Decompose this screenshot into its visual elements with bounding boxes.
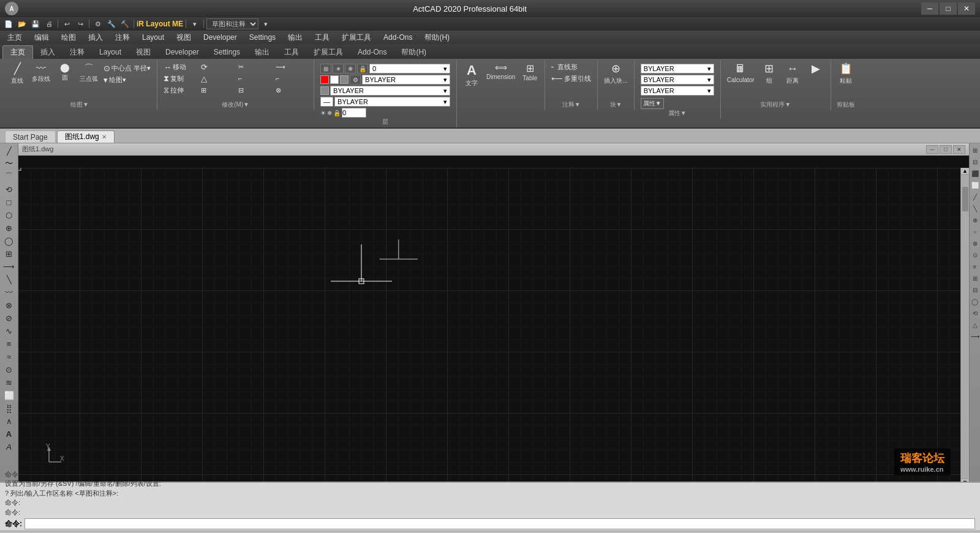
layer-lineweight-dropdown[interactable]: BYLAYER ▾ <box>334 97 450 107</box>
canvas-minimize[interactable]: ─ <box>926 145 938 154</box>
layer-name-dropdown[interactable]: 0 ▾ <box>369 64 450 74</box>
color-swatch-2[interactable] <box>330 75 339 84</box>
tab-view[interactable]: 视图 <box>129 45 158 59</box>
menu-draw[interactable]: 绘图 <box>55 31 82 44</box>
tab-drawing1[interactable]: 图纸1.dwg ✕ <box>57 130 115 143</box>
calculator-button[interactable]: 🖩 Calculator <box>725 61 757 86</box>
color-swatch[interactable] <box>320 75 329 84</box>
tool-polygon[interactable]: ⬡ <box>1 209 17 221</box>
tool-hatch[interactable]: ⊞ <box>1 248 17 260</box>
paste-button[interactable]: 📋 粘贴 <box>835 61 857 86</box>
prop-lineweight-dropdown[interactable]: BYLAYER ▾ <box>641 86 714 96</box>
tools-button-1[interactable]: 🔧 <box>105 18 118 29</box>
tools-button-2[interactable]: 🔨 <box>119 18 131 29</box>
tool-text-a2[interactable]: A <box>1 440 17 453</box>
tool-rect[interactable]: □ <box>1 196 17 208</box>
tool-mline[interactable]: ≈ <box>1 350 17 363</box>
right-tool-1[interactable]: ⊞ <box>970 145 980 156</box>
right-tool-15[interactable]: ⟲ <box>970 308 980 319</box>
canvas-close[interactable]: ✕ <box>953 145 965 154</box>
centerpoint-button[interactable]: ⊙ 中心点 半径▾ <box>101 62 153 74</box>
tab-output[interactable]: 输出 <box>247 45 277 59</box>
menu-extensions[interactable]: 扩展工具 <box>336 31 377 44</box>
prop-expand-button[interactable]: 属性▼ <box>641 98 664 109</box>
drawing1-close[interactable]: ✕ <box>102 134 107 140</box>
layer-freeze-button[interactable]: ❄ <box>345 64 356 74</box>
tool-text-a[interactable]: A <box>1 428 17 440</box>
scroll-down-button[interactable]: ▼ <box>961 478 969 482</box>
right-tool-2[interactable]: ⊟ <box>970 156 980 167</box>
arc-button[interactable]: ⌒ 三点弧 <box>77 61 100 86</box>
tool-gradient[interactable]: ⣿ <box>1 402 17 414</box>
tool-point[interactable]: ⊕ <box>1 222 17 234</box>
tool-spline[interactable]: ╲ <box>1 273 17 285</box>
extend-button[interactable]: ⟶ <box>273 61 310 72</box>
color-swatch-3[interactable] <box>340 75 349 84</box>
drawing-container[interactable]: X Y ▲ ▼ ◄ ► <box>18 156 969 482</box>
linear-dim-button[interactable]: ╴ 直线形 <box>549 61 594 72</box>
tool-wave2[interactable]: ≋ <box>1 376 17 388</box>
undo-button[interactable]: ↩ <box>61 18 73 29</box>
menu-developer[interactable]: Developer <box>197 31 243 44</box>
menu-edit[interactable]: 编辑 <box>28 31 55 44</box>
menu-home[interactable]: 主页 <box>1 31 28 44</box>
tab-start-page[interactable]: Start Page <box>5 130 56 143</box>
vertical-scrollbar[interactable]: ▲ ▼ <box>960 168 969 482</box>
tool-solid[interactable]: ⬜ <box>1 389 17 401</box>
group-button[interactable]: ⊞ 组 <box>758 61 780 86</box>
menu-tools[interactable]: 工具 <box>309 31 336 44</box>
tool-lines[interactable]: ≡ <box>1 338 17 350</box>
canvas-area[interactable]: 图纸1.dwg ─ □ ✕ <box>18 143 969 482</box>
tool-wipeout[interactable]: ⊘ <box>1 312 17 324</box>
new-button[interactable]: 📄 <box>2 18 15 29</box>
menu-annotate[interactable]: 注释 <box>109 31 136 44</box>
stretch-button[interactable]: ⧖ 拉伸 <box>161 85 198 96</box>
menu-output[interactable]: 输出 <box>282 31 309 44</box>
tool-donut[interactable]: ⊙ <box>1 363 17 376</box>
more-utils-button[interactable]: ▶ <box>805 61 827 86</box>
scroll-up-button[interactable]: ▲ <box>961 168 969 175</box>
more-draw-button[interactable]: ▾ 绘图▾ <box>101 74 153 85</box>
right-tool-3[interactable]: ⬛ <box>970 168 980 179</box>
maximize-button[interactable]: □ <box>940 2 957 15</box>
redo-button[interactable]: ↪ <box>74 18 86 29</box>
scale-button[interactable]: ⊞ <box>198 85 235 96</box>
layer-settings-button[interactable]: ⚙ <box>350 75 361 85</box>
menu-insert[interactable]: 插入 <box>82 31 109 44</box>
print-button[interactable]: 🖨 <box>43 18 55 29</box>
multileader-button[interactable]: ⟵ 多重引线 <box>549 73 594 84</box>
close-button[interactable]: ✕ <box>958 2 975 15</box>
tab-extensions[interactable]: 扩展工具 <box>306 45 350 59</box>
dimension-button[interactable]: ⟺ Dimension <box>484 61 518 89</box>
tool-freehand[interactable]: 〰 <box>1 286 17 298</box>
tab-developer[interactable]: Developer <box>158 45 206 59</box>
right-tool-14[interactable]: ◯ <box>970 296 980 307</box>
chamfer-button[interactable]: ⌐ <box>273 73 310 84</box>
right-tool-7[interactable]: ⊕ <box>970 214 980 225</box>
right-tool-10[interactable]: ⊙ <box>970 249 980 260</box>
tool-wave[interactable]: ∿ <box>1 325 17 337</box>
workspace-dropdown[interactable]: 草图和注释 <box>206 18 258 29</box>
right-tool-6[interactable]: ╲ <box>970 203 980 214</box>
layer-linetype-dropdown[interactable]: BYLAYER ▾ <box>330 86 450 96</box>
move-button[interactable]: ↔ 移动 <box>161 61 198 72</box>
rotate-button[interactable]: ⟳ <box>198 61 235 72</box>
tool-arrow[interactable]: ⟶ <box>1 260 17 273</box>
tool-arc[interactable]: ⌒ <box>1 170 17 183</box>
menu-view[interactable]: 视图 <box>170 31 197 44</box>
prop-color-dropdown[interactable]: BYLAYER ▾ <box>641 64 714 74</box>
tab-home[interactable]: 主页 <box>2 45 33 59</box>
tab-addons[interactable]: Add-Ons <box>350 45 394 59</box>
tool-circle[interactable]: ◯ <box>1 235 17 247</box>
layer-color-dropdown[interactable]: BYLAYER ▾ <box>362 75 450 85</box>
trim-button[interactable]: ✂ <box>236 61 273 72</box>
scroll-thumb-v[interactable] <box>962 187 968 211</box>
linetype-swatch[interactable] <box>320 86 329 95</box>
tool-polyline[interactable]: 〜 <box>1 157 17 170</box>
copy-button[interactable]: ⧗ 复制 <box>161 73 198 84</box>
fillet-button[interactable]: ⌐ <box>236 73 273 84</box>
menu-help[interactable]: 帮助(H) <box>418 31 456 44</box>
layer-number-input[interactable] <box>342 108 366 118</box>
right-tool-9[interactable]: ⊗ <box>970 238 980 249</box>
open-button[interactable]: 📂 <box>16 18 28 29</box>
